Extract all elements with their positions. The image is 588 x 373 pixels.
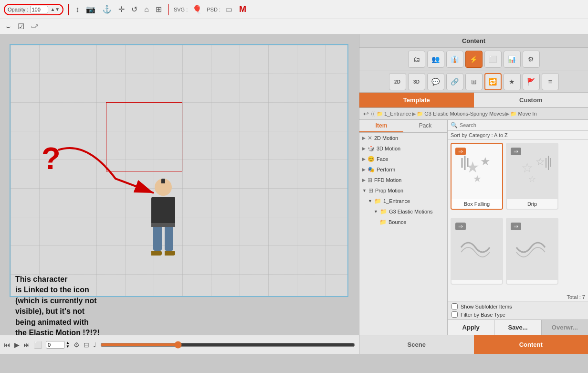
tree-icon-ffd: ⊞ xyxy=(368,177,372,183)
music-icon[interactable]: ♩ xyxy=(93,341,96,349)
save-button[interactable]: Save... xyxy=(494,320,541,335)
tree-item-g3elastic[interactable]: ▼ 📁 G3 Elastic Motions xyxy=(359,206,447,217)
settings-icon[interactable]: ⚙ xyxy=(74,341,80,349)
camera-icon[interactable]: 📷 xyxy=(84,4,97,15)
grid-item-wave2[interactable]: ⇒ xyxy=(506,218,558,285)
speech-btn[interactable]: 💬 xyxy=(427,73,444,90)
drip-preview: ☆ ☆ ☆ xyxy=(512,149,555,187)
bottom-tab-scene[interactable]: Scene xyxy=(359,335,474,354)
checkbox-subfolder[interactable] xyxy=(452,303,458,309)
content-split: Item Pack ▶ ✕ 2D Motion ▶ 🎲 3D Motion ▶ … xyxy=(359,120,588,335)
grid-item-box-falling[interactable]: ⇒ ★ ★ ★ Box Falling xyxy=(451,143,503,210)
tree-item-perform[interactable]: ▶ 🎭 Perform xyxy=(359,164,447,175)
breadcrumb-nav: 📁 1_Entrance ▶ 📁 G3 Elastic Motions-Spon… xyxy=(377,111,537,117)
transform-icon[interactable]: ↕ xyxy=(74,4,81,15)
tree-item-2d-motion[interactable]: ▶ ✕ 2D Motion xyxy=(359,133,447,143)
link-btn[interactable]: 🔗 xyxy=(446,73,463,90)
secondary-toolbar: ⌣ ☑ ▭⁰ xyxy=(0,19,588,34)
apply-button[interactable]: Apply xyxy=(448,320,494,335)
shape-icon[interactable]: ⌂ xyxy=(142,4,151,15)
props-btn[interactable]: 👔 xyxy=(446,51,463,68)
star-btn[interactable]: ★ xyxy=(504,73,521,90)
svg-text:☆: ☆ xyxy=(536,156,545,168)
expand-icon[interactable]: ⊞ xyxy=(154,4,164,15)
toolbar-separator-2 xyxy=(168,4,169,15)
checkbox-basetype[interactable] xyxy=(452,311,458,318)
tree-item-ffd[interactable]: ▶ ⊞ FFD Motion xyxy=(359,175,447,185)
wave2-preview xyxy=(512,224,555,262)
tab-custom[interactable]: Custom xyxy=(474,93,588,107)
grid-btn[interactable]: ⊞ xyxy=(465,73,483,90)
opacity-input[interactable] xyxy=(30,6,48,13)
anchor-icon[interactable]: ⚓ xyxy=(100,4,114,15)
characters-btn[interactable]: 👥 xyxy=(427,51,444,68)
tree-icon-bounce: 📁 xyxy=(379,219,387,225)
play-btn[interactable]: ▶ xyxy=(14,341,20,349)
baseline-icon[interactable]: ▭⁰ xyxy=(29,22,40,31)
timeline-slider[interactable] xyxy=(100,341,355,349)
tree-label-1ent: 1_Entrance xyxy=(383,198,410,204)
motion-btn[interactable]: ⚡ xyxy=(465,51,483,68)
tree-item-prop-motion[interactable]: ▼ ⊞ Prop Motion xyxy=(359,185,447,196)
chart-btn[interactable]: 📊 xyxy=(504,51,521,68)
main-toolbar: Opacity : ▲▼ ↕ 📷 ⚓ ✛ ↺ ⌂ ⊞ SVG : 🎈 PSD :… xyxy=(0,0,588,19)
overwrite-button[interactable]: Overwr... xyxy=(542,320,588,335)
right-panel: Content 🗂 👥 👔 ⚡ ⬜ 📊 ⚙ 2D 3D 💬 🔗 ⊞ 🔁 ★ 🚩 … xyxy=(359,34,588,354)
svg-balloon-icon[interactable]: 🎈 xyxy=(190,4,204,15)
sub-tab-pack[interactable]: Pack xyxy=(403,120,447,132)
timeline-icon[interactable]: ⊟ xyxy=(84,341,89,349)
checkbox-basetype-label: Filter by Base Type xyxy=(461,312,505,318)
search-input[interactable] xyxy=(460,122,585,128)
sort-label: Sort by Category : A to Z xyxy=(451,132,508,138)
grid-item-label-drip: Drip xyxy=(507,199,557,209)
tree-item-face[interactable]: ▶ 😊 Face xyxy=(359,154,447,164)
tree-item-bounce[interactable]: 📁 Bounce xyxy=(359,217,447,227)
brand-icon[interactable]: M xyxy=(237,3,248,15)
annotation-svg: ? xyxy=(10,45,359,312)
tree-label-2d: 2D Motion xyxy=(374,135,398,141)
checkbox-icon[interactable]: ☑ xyxy=(16,21,26,32)
bottom-scene-content-tabs: Scene Content xyxy=(359,335,588,354)
rewind-btn[interactable]: ⏮ xyxy=(4,341,10,349)
flag-btn[interactable]: 🚩 xyxy=(523,73,540,90)
breadcrumb-item-2[interactable]: G3 Elastic Motions-Spongy Moves xyxy=(424,111,504,117)
frame-spinner[interactable]: ▲ ▼ xyxy=(66,341,70,349)
tree-item-1entrance[interactable]: ▼ 📁 1_Entrance xyxy=(359,196,447,206)
tree-item-3d-motion[interactable]: ▶ 🎲 3D Motion xyxy=(359,143,447,154)
curve-icon[interactable]: ⌣ xyxy=(4,21,13,32)
record-btn[interactable]: ⬜ xyxy=(34,341,42,349)
opacity-label: Opacity : xyxy=(8,7,28,12)
grid-item-drip[interactable]: ⇒ ☆ ☆ ☆ Drip xyxy=(506,143,558,210)
grid-item-label-wave2 xyxy=(507,280,557,284)
forward-btn[interactable]: ⏭ xyxy=(23,341,30,349)
breadcrumb-item-1[interactable]: 1_Entrance xyxy=(384,111,411,117)
svg-label: SVG : xyxy=(174,7,188,12)
settings-btn[interactable]: ⚙ xyxy=(523,51,540,68)
main-area: ? This character is Linked to the icon (… xyxy=(0,34,588,354)
opacity-spinner[interactable]: ▲▼ xyxy=(50,7,60,12)
frame-input[interactable] xyxy=(46,341,65,349)
grid-item-wave1[interactable]: ⇒ xyxy=(451,218,503,285)
3d-btn[interactable]: 3D xyxy=(408,73,425,90)
2d-btn[interactable]: 2D xyxy=(389,73,406,90)
tree-arrow-1ent: ▼ xyxy=(368,199,372,203)
back-btn[interactable]: ↩ xyxy=(363,110,369,117)
list-btn[interactable]: ≡ xyxy=(542,73,559,90)
frame-control: ▲ ▼ xyxy=(46,341,70,349)
folder-btn[interactable]: 🗂 xyxy=(408,51,425,68)
tab-template[interactable]: Template xyxy=(359,93,474,107)
bottom-tab-content[interactable]: Content xyxy=(474,335,588,354)
panel-title: Content xyxy=(462,37,485,44)
breadcrumb-item-3[interactable]: Move In xyxy=(518,111,536,117)
psd-icon[interactable]: ▭ xyxy=(223,4,234,15)
search-icon: 🔍 xyxy=(451,122,458,128)
move-icon[interactable]: ✛ xyxy=(116,4,126,15)
grid-panel: 🔍 Sort by Category : A to Z ⇒ ★ ★ ★ xyxy=(448,120,588,335)
content-header: Content xyxy=(359,34,588,48)
tree-label-g3: G3 Elastic Motions xyxy=(389,209,433,214)
rotate-icon[interactable]: ↺ xyxy=(129,4,139,15)
loop-btn[interactable]: 🔁 xyxy=(484,73,502,90)
sub-tab-item[interactable]: Item xyxy=(359,120,403,132)
total-label: Total : 7 xyxy=(448,293,588,301)
scene-btn[interactable]: ⬜ xyxy=(484,51,502,68)
